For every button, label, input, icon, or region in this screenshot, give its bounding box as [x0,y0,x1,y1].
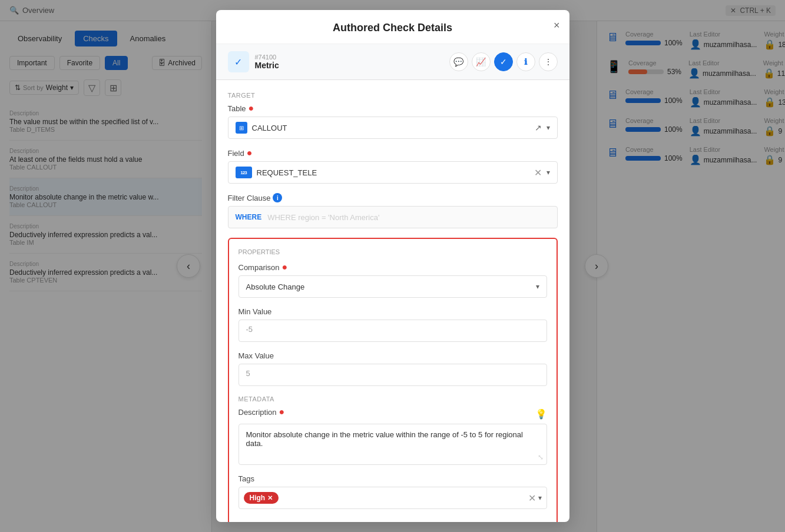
modal-overlay: Authored Check Details × ✓ #74100 Metric [0,0,785,532]
modal-body: Target Table ● ⊞ CALLOUT ↗ ▾ [216,80,569,522]
check-action-button[interactable]: ✓ [494,52,513,71]
chevron-down-icon: ▾ [538,494,542,502]
field-label: Field ● [228,148,558,158]
table-value: CALLOUT [252,124,530,132]
field-type-icon: 123 [236,167,252,178]
chevron-down-icon: ▾ [546,168,550,177]
clear-tags-button[interactable]: ✕ [528,493,536,504]
comparison-select[interactable]: Absolute Change ▾ [239,275,547,298]
tags-input[interactable]: High ✕ ✕ ▾ [239,487,547,509]
required-indicator: ● [247,148,253,158]
max-value-form-group: Max Value 5 [239,351,547,386]
target-section-label: Target [228,92,558,99]
expand-icon: ↗ [535,123,542,132]
where-keyword: WHERE [236,213,262,221]
min-value: -5 [246,325,253,334]
check-id-block: ✓ #74100 Metric [228,51,279,72]
table-select[interactable]: ⊞ CALLOUT ↗ ▾ [228,117,558,139]
filter-clause-form-group: Filter Clause i WHERE WHERE region = 'No… [228,193,558,228]
description-value: Monitor absolute change in the metric va… [246,430,523,448]
chart-action-button[interactable]: 📈 [472,52,491,71]
check-info: #74100 Metric [255,54,279,70]
min-value-input[interactable]: -5 [239,320,547,342]
check-header: ✓ #74100 Metric 💬 📈 ✓ [216,44,569,80]
check-id: #74100 [255,54,279,61]
table-form-group: Table ● ⊞ CALLOUT ↗ ▾ [228,104,558,139]
table-type-icon: ⊞ [236,122,247,134]
check-icon: ✓ [500,57,507,66]
filter-info-icon: i [273,193,282,202]
description-form-group: Description ● 💡 Monitor absolute change … [239,407,547,465]
filter-clause-input[interactable]: WHERE WHERE region = 'North America' [228,206,558,228]
comment-icon: 💬 [453,57,463,66]
additional-metadata-title: Additional Metadata [239,521,306,522]
field-select[interactable]: 123 REQUEST_TELE ✕ ▾ [228,161,558,184]
required-indicator: ● [249,104,254,113]
tags-actions: ✕ ▾ [528,493,542,504]
table-label: Table ● [228,104,558,113]
check-actions: 💬 📈 ✓ ℹ ⋮ [449,52,558,71]
description-header: Description ● 💡 [239,407,547,420]
properties-section: Properties Comparison ● Absolute Change … [228,238,558,522]
comparison-label: Comparison ● [239,262,547,272]
filter-placeholder: WHERE region = 'North America' [267,213,379,222]
clear-field-button[interactable]: ✕ [534,167,542,178]
tag-remove-button[interactable]: ✕ [267,494,273,502]
description-textarea[interactable]: Monitor absolute change in the metric va… [239,424,547,465]
add-metadata-button[interactable]: + [540,518,547,522]
comparison-form-group: Comparison ● Absolute Change ▾ [239,262,547,298]
chevron-down-icon: ▾ [536,282,539,291]
additional-metadata-group: Additional Metadata + Enhance the check … [239,518,547,522]
more-action-button[interactable]: ⋮ [539,52,558,71]
lightbulb-icon: 💡 [535,408,547,420]
comparison-value: Absolute Change [246,282,536,291]
filter-clause-label: Filter Clause i [228,193,558,202]
properties-section-label: Properties [239,248,547,255]
min-value-form-group: Min Value -5 [239,307,547,342]
tags-form-group: Tags High ✕ ✕ ▾ [239,474,547,509]
tag-label: High [250,494,266,502]
modal-header: Authored Check Details × [216,10,569,44]
max-value-input[interactable]: 5 [239,364,547,386]
chevron-down-icon: ▾ [546,124,550,132]
chart-icon: 📈 [476,57,486,66]
modal-dialog: Authored Check Details × ✓ #74100 Metric [216,10,569,522]
required-indicator: ● [279,407,285,417]
field-value: REQUEST_TELE [257,168,529,177]
description-label: Description ● [239,407,285,417]
resize-icon: ⤡ [538,453,544,461]
additional-metadata-header: Additional Metadata + [239,518,547,522]
field-form-group: Field ● 123 REQUEST_TELE ✕ ▾ [228,148,558,184]
check-type-icon: ✓ [228,51,249,72]
info-icon: ℹ [524,57,527,66]
more-icon: ⋮ [544,57,552,66]
min-value-label: Min Value [239,307,547,316]
required-indicator: ● [282,262,288,272]
description-container: Monitor absolute change in the metric va… [239,424,547,465]
info-action-button[interactable]: ℹ [516,52,535,71]
modal-title: Authored Check Details [333,22,452,34]
tags-label: Tags [239,474,547,483]
tag-high: High ✕ [244,492,279,504]
max-value: 5 [246,369,250,378]
check-name: Metric [255,61,279,70]
metadata-section-label: Metadata [239,395,547,403]
comment-action-button[interactable]: 💬 [449,52,468,71]
modal-close-button[interactable]: × [554,19,560,32]
checkmark-icon: ✓ [234,56,242,68]
max-value-label: Max Value [239,351,547,360]
